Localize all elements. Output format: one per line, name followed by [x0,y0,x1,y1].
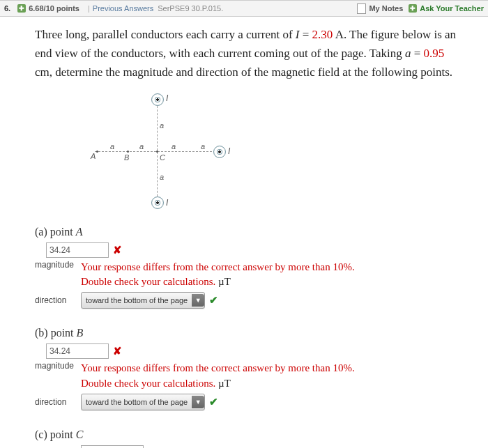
part-b-direction-select[interactable]: toward the bottom of the page ▼ [81,394,205,410]
fig-a-left2: a [139,142,144,150]
part-a-label: (a) point A [35,226,460,238]
wire-bottom [151,196,164,209]
part-c: (c) point C magnitude ✔ µT direction no … [35,428,460,448]
conductor-figure: I I I A B C a a a a a a [91,92,230,210]
chevron-down-icon: ▼ [192,396,204,408]
part-a-direction-select[interactable]: toward the bottom of the page ▼ [81,292,205,309]
question-body: Three long, parallel conductors each car… [0,17,488,448]
separator: | [88,4,90,13]
part-b-feedback: Your response differs from the correct a… [81,361,355,392]
fig-a-left1: a [110,142,114,150]
fig-a-bottom: a [160,173,164,181]
part-b: (b) point B m ✘ magnitude Your response … [35,327,460,410]
direction-label: direction [35,295,77,305]
ask-teacher-label: Ask Your Teacher [420,4,484,13]
points-badge-icon: ✚ [17,4,26,13]
point-C-label: C [160,153,165,162]
question-stem: Three long, parallel conductors each car… [35,25,460,82]
question-header: 6. ✚ 6.68/10 points | Previous Answers S… [0,0,488,17]
direction-label: direction [35,397,77,407]
part-a-feedback: Your response differs from the correct a… [81,260,355,291]
wire-top [151,93,164,106]
previous-answers-link[interactable]: Previous Answers [93,4,153,13]
wire-right-label: I [228,146,230,156]
point-A-label: A [91,152,96,160]
part-b-label: (b) point B [35,327,460,339]
unit-uT: µT [218,276,231,287]
fig-a-right1: a [171,142,176,150]
correct-icon: ✔ [209,396,218,408]
magnitude-label: magnitude [35,260,77,270]
part-c-magnitude-input[interactable] [81,445,144,448]
ask-icon: ✚ [409,4,417,13]
ask-teacher-button[interactable]: ✚ Ask Your Teacher [409,4,484,13]
wire-bottom-label: I [166,198,168,208]
point-B-label: B [124,153,129,162]
points-earned: 6.68/10 points [29,4,79,13]
wire-right [213,146,226,158]
incorrect-icon: ✘ [113,244,122,256]
part-a: (a) point A m ✘ magnitude Your response … [35,226,460,309]
source-reference: SerPSE9 30.P.015. [158,4,223,13]
incorrect-icon: ✘ [113,345,122,357]
part-b-magnitude-input[interactable] [46,343,109,359]
my-notes-button[interactable]: My Notes [357,3,403,14]
fig-a-right2: a [201,142,205,150]
part-a-magnitude-input[interactable] [46,242,109,258]
unit-uT: µT [218,378,231,389]
my-notes-label: My Notes [369,4,403,13]
a-value: 0.95 [424,47,445,60]
wire-top-label: I [166,93,168,103]
question-number: 6. [4,4,10,13]
fig-a-top: a [160,121,164,130]
chevron-down-icon: ▼ [192,294,204,307]
part-c-label: (c) point C [35,428,460,441]
magnitude-label: magnitude [35,361,77,371]
note-icon [357,3,366,14]
current-value: 2.30 [312,28,333,41]
correct-icon: ✔ [209,294,218,307]
